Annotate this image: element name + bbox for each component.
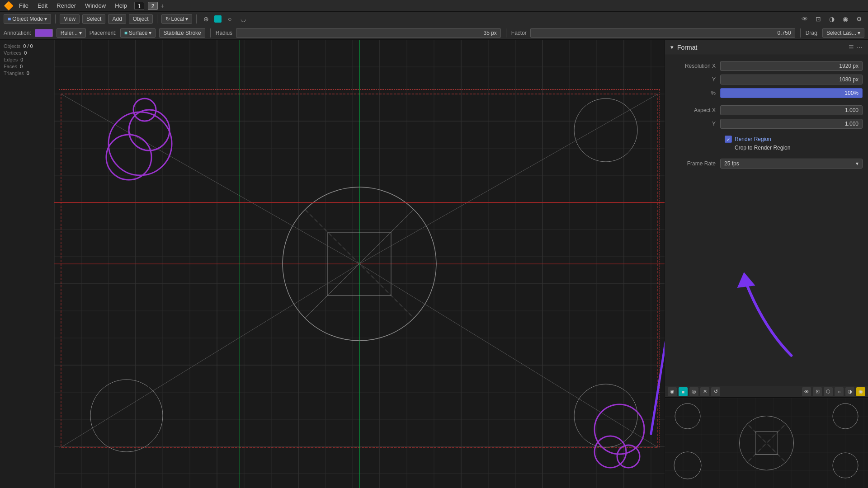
aspect-x-label: Aspect X: [670, 107, 720, 113]
view-menu[interactable]: View: [60, 14, 80, 24]
chevron-down-icon: ▾: [44, 16, 47, 22]
mini-teal-icon[interactable]: ■: [679, 387, 688, 396]
mini-toolbar-icon5[interactable]: ↺: [711, 387, 720, 396]
separator2: [157, 14, 157, 23]
viewport-shade-icon[interactable]: ◑: [826, 14, 837, 24]
annotation-color-swatch[interactable]: [35, 29, 53, 37]
mini-toolbar-icon4[interactable]: ✕: [700, 387, 709, 396]
viewport-gizmo-icon[interactable]: ⊡: [813, 14, 824, 24]
viewport-shade2-icon[interactable]: ◉: [840, 14, 851, 24]
menu-window[interactable]: Window: [81, 1, 109, 10]
aspect-y-row: Y 1.000: [670, 118, 863, 129]
ruler-dropdown[interactable]: Ruler... ▾: [57, 28, 86, 38]
hide-overlays-icon[interactable]: 👁: [799, 14, 810, 24]
aspect-y-value[interactable]: 1.000: [720, 119, 863, 129]
frame-rate-dropdown[interactable]: 25 fps ▾: [720, 159, 863, 169]
render-region-label: Render Region: [735, 136, 771, 142]
chevron-down-icon2: ▾: [185, 16, 188, 22]
main-toolbar: ■ Object Mode ▾ View Select Add Object ↻…: [0, 12, 868, 26]
snap-icon[interactable]: ⊕: [201, 14, 212, 24]
separator: [55, 14, 56, 23]
stat-triangles: Triangles 0: [4, 70, 50, 76]
object-mode-icon: ■: [8, 16, 11, 22]
resolution-y-value[interactable]: 1080 px: [720, 75, 863, 84]
resolution-percent-value[interactable]: 100%: [720, 88, 863, 98]
menu-file[interactable]: File: [15, 1, 32, 10]
menu-help[interactable]: Help: [111, 1, 131, 10]
panel-pin-icon[interactable]: ⋯: [857, 44, 863, 51]
mini-toolbar-icon8[interactable]: ⬡: [824, 387, 833, 396]
blender-logo: 🔶: [4, 1, 14, 11]
mini-toolbar-icon1[interactable]: ◉: [668, 387, 677, 396]
aspect-x-value[interactable]: 1.000: [720, 105, 863, 115]
object-menu[interactable]: Object: [129, 14, 153, 24]
menu-render[interactable]: Render: [53, 1, 80, 10]
frame-rate-label: Frame Rate: [670, 160, 720, 167]
proportional-connected-icon[interactable]: ◡: [238, 14, 249, 24]
factor-value[interactable]: 0.750: [530, 28, 795, 38]
separator4: [210, 28, 211, 38]
mini-toolbar-icon6[interactable]: 👁: [802, 387, 811, 396]
aspect-x-row: Aspect X 1.000: [670, 105, 863, 116]
mini-viewport-canvas: [665, 398, 868, 488]
stat-faces: Faces 0: [4, 64, 50, 69]
resolution-x-value[interactable]: 1920 px: [720, 61, 863, 71]
mini-toolbar-icon11[interactable]: ◉: [856, 387, 865, 396]
purple-arrow-annotation: [665, 226, 868, 386]
viewport-settings-icon[interactable]: ⚙: [854, 14, 864, 24]
resolution-y-label: Y: [670, 76, 720, 83]
teal-indicator: [214, 15, 222, 23]
panel-menu-icon[interactable]: ☰: [849, 44, 854, 51]
radius-value[interactable]: 35 px: [236, 28, 501, 38]
chevron-framerate-icon: ▾: [856, 160, 859, 167]
viewport-canvas: [54, 40, 665, 488]
add-workspace-button[interactable]: +: [160, 2, 164, 9]
right-panel: ▾ Format ☰ ⋯ Resolution X 1920 px Y 1080…: [665, 40, 868, 488]
menu-edit[interactable]: Edit: [34, 1, 51, 10]
workspace-2[interactable]: 2: [148, 2, 158, 10]
stabilize-stroke-btn[interactable]: Stabilize Stroke: [159, 28, 205, 38]
mini-viewport-toolbar: ◉ ■ ◎ ✕ ↺ 👁 ⊡ ⬡ ○ ◑ ◉: [665, 386, 868, 398]
stat-objects: Objects 0 / 0: [4, 43, 50, 49]
separator5: [506, 28, 506, 38]
select-menu[interactable]: Select: [82, 14, 105, 24]
render-region-checkbox[interactable]: ✓: [725, 136, 732, 143]
mini-toolbar-icon9[interactable]: ○: [835, 387, 844, 396]
add-menu[interactable]: Add: [108, 14, 126, 24]
transform-icon: ↻: [165, 16, 170, 22]
mini-toolbar-icon7[interactable]: ⊡: [813, 387, 822, 396]
annotation-label: Annotation:: [4, 30, 31, 36]
drag-dropdown[interactable]: Select Las... ▾: [822, 28, 864, 38]
stat-edges: Edges 0: [4, 57, 50, 62]
svg-marker-0: [737, 272, 755, 288]
chevron-drag-icon: ▾: [858, 30, 860, 36]
proportional-edit-icon[interactable]: ○: [224, 14, 235, 24]
separator6: [800, 28, 801, 38]
mini-toolbar-icon10[interactable]: ◑: [845, 387, 854, 396]
aspect-y-label: Y: [670, 121, 720, 127]
drag-label: Drag:: [806, 30, 819, 36]
separator3: [196, 14, 197, 23]
resolution-percent-label: %: [670, 90, 720, 96]
placement-label: Placement:: [90, 30, 117, 36]
format-header: ▾ Format ☰ ⋯: [665, 40, 868, 55]
crop-render-region-label: Crop to Render Region: [670, 145, 863, 151]
radius-label: Radius: [216, 30, 232, 36]
main-content: Objects 0 / 0 Vertices 0 Edges 0 Faces 0…: [0, 40, 868, 488]
object-mode-dropdown[interactable]: ■ Object Mode ▾: [4, 14, 51, 24]
surface-dropdown[interactable]: ■ Surface ▾: [120, 28, 156, 38]
transform-dropdown[interactable]: ↻ Local ▾: [161, 14, 193, 24]
mini-toolbar-icon3[interactable]: ◎: [689, 387, 698, 396]
format-collapse-icon[interactable]: ▾: [670, 44, 674, 51]
stat-vertices: Vertices 0: [4, 50, 50, 56]
3d-viewport[interactable]: [54, 40, 665, 488]
top-menu-bar: 🔶 File Edit Render Window Help 1 2 +: [0, 0, 868, 12]
chevron-surface-icon: ▾: [149, 30, 151, 36]
mini-viewport[interactable]: [665, 398, 868, 488]
panel-icons: ☰ ⋯: [849, 44, 863, 51]
resolution-x-label: Resolution X: [670, 63, 720, 69]
resolution-x-row: Resolution X 1920 px: [670, 61, 863, 71]
format-title: Format: [677, 44, 697, 51]
annotation-toolbar: Annotation: Ruler... ▾ Placement: ■ Surf…: [0, 26, 868, 40]
workspace-1[interactable]: 1: [134, 2, 144, 10]
